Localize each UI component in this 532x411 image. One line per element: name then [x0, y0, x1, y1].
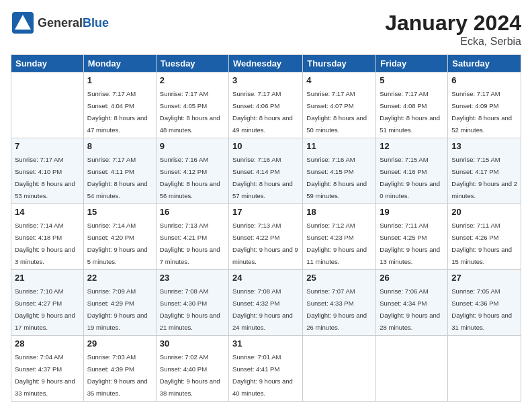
calendar-week-row: 21Sunrise: 7:10 AMSunset: 4:27 PMDayligh… [11, 270, 521, 336]
table-row: 22Sunrise: 7:09 AMSunset: 4:29 PMDayligh… [83, 270, 156, 336]
day-number: 1 [87, 75, 152, 85]
table-row: 21Sunrise: 7:10 AMSunset: 4:27 PMDayligh… [11, 270, 84, 336]
col-saturday: Saturday [448, 55, 521, 73]
table-row [448, 336, 521, 402]
day-info: Sunrise: 7:06 AMSunset: 4:34 PMDaylight:… [380, 287, 440, 331]
day-info: Sunrise: 7:07 AMSunset: 4:33 PMDaylight:… [306, 287, 367, 331]
day-number: 25 [306, 273, 372, 283]
table-row: 11Sunrise: 7:16 AMSunset: 4:15 PMDayligh… [303, 138, 376, 204]
day-info: Sunrise: 7:16 AMSunset: 4:15 PMDaylight:… [306, 156, 367, 199]
table-row: 9Sunrise: 7:16 AMSunset: 4:12 PMDaylight… [156, 138, 228, 204]
day-number: 17 [232, 207, 299, 217]
day-info: Sunrise: 7:16 AMSunset: 4:12 PMDaylight:… [160, 156, 220, 199]
day-number: 7 [15, 141, 80, 151]
day-number: 11 [306, 141, 372, 151]
col-tuesday: Tuesday [156, 55, 228, 73]
day-number: 16 [160, 207, 225, 217]
table-row: 4Sunrise: 7:17 AMSunset: 4:07 PMDaylight… [303, 73, 376, 138]
day-info: Sunrise: 7:17 AMSunset: 4:04 PMDaylight:… [87, 90, 148, 134]
day-number: 18 [306, 207, 372, 217]
day-info: Sunrise: 7:15 AMSunset: 4:16 PMDaylight:… [380, 156, 440, 199]
table-row: 18Sunrise: 7:12 AMSunset: 4:23 PMDayligh… [303, 204, 376, 270]
table-row: 5Sunrise: 7:17 AMSunset: 4:08 PMDaylight… [376, 73, 448, 138]
table-row: 13Sunrise: 7:15 AMSunset: 4:17 PMDayligh… [448, 138, 521, 204]
day-number: 3 [232, 75, 299, 85]
logo-icon [11, 11, 35, 35]
day-number: 23 [160, 273, 225, 283]
day-number: 5 [380, 75, 444, 85]
day-info: Sunrise: 7:09 AMSunset: 4:29 PMDaylight:… [87, 287, 148, 331]
day-number: 31 [232, 338, 299, 349]
table-row: 20Sunrise: 7:11 AMSunset: 4:26 PMDayligh… [448, 204, 521, 270]
day-number: 20 [451, 207, 517, 217]
table-row: 31Sunrise: 7:01 AMSunset: 4:41 PMDayligh… [229, 336, 303, 402]
table-row: 15Sunrise: 7:14 AMSunset: 4:20 PMDayligh… [83, 204, 156, 270]
table-row: 19Sunrise: 7:11 AMSunset: 4:25 PMDayligh… [376, 204, 448, 270]
day-number: 27 [451, 273, 517, 283]
day-info: Sunrise: 7:15 AMSunset: 4:17 PMDaylight:… [451, 156, 517, 199]
day-number: 19 [380, 207, 444, 217]
table-row: 12Sunrise: 7:15 AMSunset: 4:16 PMDayligh… [376, 138, 448, 204]
table-row: 10Sunrise: 7:16 AMSunset: 4:14 PMDayligh… [229, 138, 303, 204]
table-row [11, 73, 84, 138]
calendar-week-row: 28Sunrise: 7:04 AMSunset: 4:37 PMDayligh… [11, 336, 521, 402]
day-info: Sunrise: 7:14 AMSunset: 4:18 PMDaylight:… [15, 222, 75, 265]
logo-general: General [38, 16, 83, 30]
col-thursday: Thursday [303, 55, 376, 73]
calendar-header-row: Sunday Monday Tuesday Wednesday Thursday… [11, 55, 521, 73]
day-number: 21 [15, 273, 80, 283]
day-number: 9 [160, 141, 225, 151]
subtitle: Ecka, Serbia [385, 36, 521, 48]
day-info: Sunrise: 7:04 AMSunset: 4:37 PMDaylight:… [15, 353, 75, 397]
table-row: 1Sunrise: 7:17 AMSunset: 4:04 PMDaylight… [83, 73, 156, 138]
col-sunday: Sunday [11, 55, 84, 73]
table-row: 30Sunrise: 7:02 AMSunset: 4:40 PMDayligh… [156, 336, 228, 402]
main-title: January 2024 [385, 11, 521, 36]
table-row: 27Sunrise: 7:05 AMSunset: 4:36 PMDayligh… [448, 270, 521, 336]
day-info: Sunrise: 7:02 AMSunset: 4:40 PMDaylight:… [160, 353, 220, 397]
table-row: 16Sunrise: 7:13 AMSunset: 4:21 PMDayligh… [156, 204, 228, 270]
table-row: 23Sunrise: 7:08 AMSunset: 4:30 PMDayligh… [156, 270, 228, 336]
day-number: 12 [380, 141, 444, 151]
day-info: Sunrise: 7:17 AMSunset: 4:11 PMDaylight:… [87, 156, 148, 199]
day-number: 13 [451, 141, 517, 151]
day-info: Sunrise: 7:17 AMSunset: 4:08 PMDaylight:… [380, 90, 440, 134]
day-info: Sunrise: 7:03 AMSunset: 4:39 PMDaylight:… [87, 353, 148, 397]
table-row: 28Sunrise: 7:04 AMSunset: 4:37 PMDayligh… [11, 336, 84, 402]
day-info: Sunrise: 7:08 AMSunset: 4:32 PMDaylight:… [232, 287, 293, 331]
header: GeneralBlue January 2024 Ecka, Serbia [11, 11, 521, 48]
page: GeneralBlue January 2024 Ecka, Serbia Su… [0, 0, 532, 411]
day-number: 29 [87, 338, 152, 349]
day-info: Sunrise: 7:17 AMSunset: 4:09 PMDaylight:… [451, 90, 512, 134]
day-number: 6 [451, 75, 517, 85]
day-number: 26 [380, 273, 444, 283]
day-info: Sunrise: 7:13 AMSunset: 4:21 PMDaylight:… [160, 222, 220, 265]
day-number: 2 [160, 75, 225, 85]
calendar-week-row: 14Sunrise: 7:14 AMSunset: 4:18 PMDayligh… [11, 204, 521, 270]
calendar-week-row: 7Sunrise: 7:17 AMSunset: 4:10 PMDaylight… [11, 138, 521, 204]
table-row: 8Sunrise: 7:17 AMSunset: 4:11 PMDaylight… [83, 138, 156, 204]
day-info: Sunrise: 7:01 AMSunset: 4:41 PMDaylight:… [232, 353, 293, 397]
col-wednesday: Wednesday [229, 55, 303, 73]
col-monday: Monday [83, 55, 156, 73]
table-row: 17Sunrise: 7:13 AMSunset: 4:22 PMDayligh… [229, 204, 303, 270]
day-number: 22 [87, 273, 152, 283]
day-number: 14 [15, 207, 80, 217]
table-row: 14Sunrise: 7:14 AMSunset: 4:18 PMDayligh… [11, 204, 84, 270]
logo: GeneralBlue [11, 11, 109, 35]
day-info: Sunrise: 7:14 AMSunset: 4:20 PMDaylight:… [87, 222, 148, 265]
day-info: Sunrise: 7:17 AMSunset: 4:05 PMDaylight:… [160, 90, 220, 134]
day-info: Sunrise: 7:08 AMSunset: 4:30 PMDaylight:… [160, 287, 220, 331]
day-number: 10 [232, 141, 299, 151]
day-number: 24 [232, 273, 299, 283]
table-row [303, 336, 376, 402]
day-info: Sunrise: 7:10 AMSunset: 4:27 PMDaylight:… [15, 287, 75, 331]
day-number: 28 [15, 338, 80, 349]
day-info: Sunrise: 7:16 AMSunset: 4:14 PMDaylight:… [232, 156, 293, 199]
day-info: Sunrise: 7:11 AMSunset: 4:25 PMDaylight:… [380, 222, 440, 265]
day-number: 30 [160, 338, 225, 349]
day-info: Sunrise: 7:17 AMSunset: 4:06 PMDaylight:… [232, 90, 293, 134]
calendar-table: Sunday Monday Tuesday Wednesday Thursday… [11, 54, 521, 402]
table-row [376, 336, 448, 402]
day-number: 15 [87, 207, 152, 217]
